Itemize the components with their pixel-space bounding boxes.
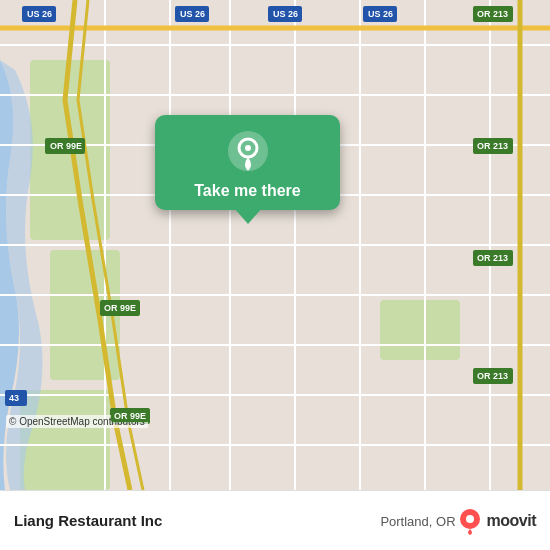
moovit-logo: moovit — [456, 507, 536, 535]
hw-label-us26-3: US 26 — [270, 8, 301, 20]
hw-label-or213-4: OR 213 — [474, 370, 511, 382]
popup-card[interactable]: Take me there — [155, 115, 340, 210]
hw-label-or213-1: OR 213 — [474, 8, 511, 20]
svg-rect-4 — [380, 300, 460, 360]
hw-label-or99e-2: OR 99E — [101, 302, 139, 314]
hw-label-us26-4: US 26 — [365, 8, 396, 20]
moovit-text: moovit — [487, 512, 536, 530]
bottom-bar: Liang Restaurant Inc Portland, OR moovit — [0, 490, 550, 550]
hw-label-or213-2: OR 213 — [474, 140, 511, 152]
hw-label-or213-3: OR 213 — [474, 252, 511, 264]
hw-label-us26-1: US 26 — [24, 8, 55, 20]
moovit-pin-icon — [456, 507, 484, 535]
place-name: Liang Restaurant Inc — [14, 512, 372, 529]
location-pin-icon — [226, 129, 270, 173]
svg-point-39 — [466, 515, 474, 523]
place-location: Portland, OR — [380, 514, 455, 529]
map-container: US 26 US 26 US 26 US 26 OR 213 OR 99E OR… — [0, 0, 550, 490]
hw-label-43: 43 — [6, 392, 22, 404]
hw-label-or99e-1: OR 99E — [47, 140, 85, 152]
hw-label-or99e-3: OR 99E — [111, 410, 149, 422]
popup-label: Take me there — [194, 181, 300, 200]
svg-point-37 — [245, 145, 251, 151]
hw-label-us26-2: US 26 — [177, 8, 208, 20]
